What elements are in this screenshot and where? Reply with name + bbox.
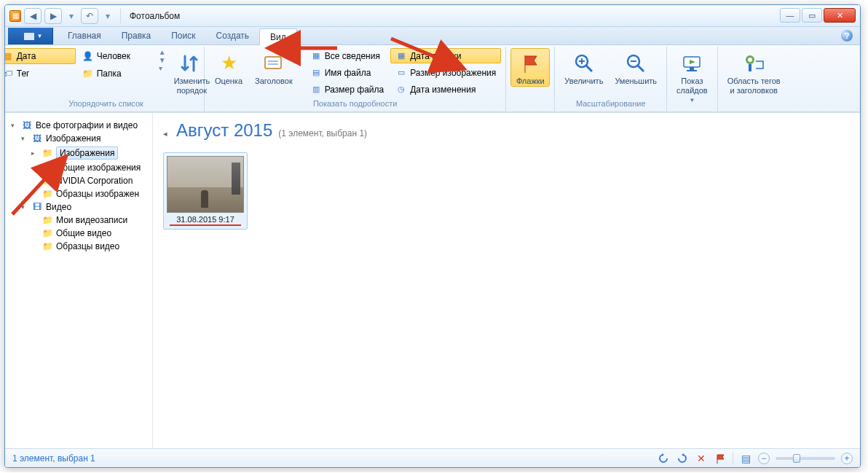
rating-button[interactable]: ★ Оценка (209, 48, 248, 87)
arrange-scroll-up[interactable]: ▲ (159, 48, 166, 56)
help-button[interactable]: ? (841, 30, 853, 42)
details-group-label: Показать подробности (313, 99, 397, 108)
delete-button[interactable]: ✕ (695, 452, 708, 465)
tab-edit[interactable]: Правка (111, 28, 162, 44)
ribbon: ▦ Дата 🏷 Тег 👤 Человек 📁 Папк (5, 45, 860, 112)
tree-nvidia[interactable]: 📁 NVIDIA Corporation (11, 174, 152, 187)
zoom-in-button[interactable]: Увеличить (559, 48, 608, 87)
arrange-date-label: Дата (17, 51, 36, 61)
tag-area-button[interactable]: Область тегов и заголовков (722, 48, 786, 96)
close-button[interactable]: ✕ (824, 8, 856, 23)
slideshow-button[interactable]: Показ слайдов ▼ (671, 48, 713, 105)
tree-sample-img-label: Образцы изображен (56, 189, 139, 199)
tree-sample-video[interactable]: 📁 Образцы видео (11, 240, 152, 253)
zoom-in-small[interactable]: + (841, 453, 853, 464)
caption-button[interactable]: Заголовок (250, 48, 298, 87)
size-icon: ▥ (310, 84, 322, 95)
tree-shared-video[interactable]: 📁 Общие видео (11, 227, 152, 240)
nav-forward-button[interactable]: ▶ (44, 8, 62, 24)
folder-icon: 📁 (42, 163, 53, 173)
detail-all-label: Все сведения (325, 51, 380, 61)
flags-button[interactable]: Флажки (510, 48, 550, 87)
detail-filename[interactable]: ▤ Имя файла (305, 65, 390, 80)
svg-rect-12 (687, 70, 697, 71)
file-icon: ▤ (310, 67, 322, 79)
arrange-expand[interactable]: ▾ (159, 64, 166, 72)
window-title: Фотоальбом (130, 11, 180, 21)
file-menu-button[interactable]: ▼ (8, 28, 53, 44)
undo-button[interactable]: ↶ (81, 8, 98, 24)
rotate-right-button[interactable] (676, 452, 689, 465)
tag-icon: 🏷 (4, 68, 14, 79)
maximize-button[interactable]: ▭ (802, 8, 822, 23)
arrange-by-folder[interactable]: 📁 Папка (77, 66, 156, 82)
detail-image-size[interactable]: ▭ Размер изображения (390, 65, 501, 80)
expand-icon: ▾ (21, 203, 28, 211)
folder-icon: 📁 (42, 215, 53, 225)
zoom-out-label: Уменьшить (615, 77, 657, 86)
tree-my-videos[interactable]: 📁 Мои видеозаписи (11, 214, 152, 227)
detail-filesize[interactable]: ▥ Размер файла (305, 82, 390, 97)
arrange-by-date[interactable]: ▦ Дата (4, 48, 76, 64)
arrange-by-person[interactable]: 👤 Человек (77, 48, 156, 64)
svg-line-4 (586, 66, 592, 71)
details-view-button[interactable]: ▤ (739, 452, 752, 465)
zoom-slider[interactable] (776, 457, 835, 460)
expand-icon: ▸ (31, 149, 39, 157)
status-bar: 1 элемент, выбран 1 ✕ ▤ − + (5, 448, 860, 467)
slider-knob[interactable] (793, 454, 800, 463)
tree-shared-images[interactable]: 📁 Общие изображения (11, 161, 152, 174)
ribbon-group-zoom: Увеличить Уменьшить Масштабирование (555, 47, 667, 112)
detail-all-info[interactable]: ▦ Все сведения (305, 48, 390, 63)
tag-area-label: Область тегов и заголовков (727, 77, 781, 95)
zoom-out-icon (624, 52, 647, 75)
tree-images-sub[interactable]: ▸ 📁 Изображения (11, 145, 152, 161)
status-text: 1 элемент, выбран 1 (12, 453, 95, 464)
arrange-scroll-down[interactable]: ▼ (159, 56, 166, 64)
collapse-group-icon[interactable]: ◂ (163, 129, 167, 138)
tree-video[interactable]: ▾ 🎞 Видео (11, 200, 152, 214)
tab-search[interactable]: Поиск (161, 28, 205, 44)
arrange-by-tag[interactable]: 🏷 Тег (4, 66, 76, 82)
picture-icon: 🖼 (31, 133, 43, 144)
photo-thumbnail[interactable]: 31.08.2015 9:17 (163, 152, 248, 230)
person-icon: 👤 (82, 50, 94, 62)
tab-main[interactable]: Главная (58, 28, 111, 44)
svg-rect-11 (690, 67, 694, 70)
tab-create[interactable]: Создать (206, 28, 260, 44)
flag-toggle-button[interactable] (714, 452, 727, 465)
titlebar: ◀ ▶ ▾ ↶ ▾ Фотоальбом — ▭ ✕ (5, 5, 860, 27)
zoom-out-button[interactable]: Уменьшить (609, 48, 662, 87)
detail-date-taken[interactable]: ▦ Дата съемки (390, 48, 501, 63)
folder-icon: 📁 (82, 68, 94, 79)
tree-shared-label: Общие изображения (56, 163, 141, 173)
separator (733, 452, 733, 465)
rating-label: Оценка (215, 77, 242, 86)
zoom-out-small[interactable]: − (758, 453, 770, 464)
annotation-underline (170, 224, 241, 226)
detail-filesize-label: Размер файла (325, 85, 384, 95)
arrange-tag-label: Тег (17, 69, 30, 79)
tree-root[interactable]: ▾ 🖼 Все фотографии и видео (11, 119, 152, 132)
nav-history-dropdown[interactable]: ▾ (65, 8, 78, 24)
tree-images-sub-label: Изображения (56, 146, 118, 160)
expand-icon: ▾ (21, 135, 28, 142)
minimize-button[interactable]: — (780, 8, 800, 23)
app-icon (9, 10, 21, 22)
file-icon (24, 33, 34, 40)
window-controls: — ▭ ✕ (780, 8, 856, 23)
rotate-left-button[interactable] (657, 452, 670, 465)
undo-dropdown[interactable]: ▾ (101, 8, 114, 24)
grid-icon: ▦ (310, 50, 322, 62)
tab-view[interactable]: Вид (259, 28, 297, 45)
flag-icon (518, 52, 542, 75)
tree-images[interactable]: ▾ 🖼 Изображения (11, 132, 152, 145)
tree-sample-images[interactable]: 📁 Образцы изображен (11, 187, 152, 200)
expand-icon: ▾ (11, 122, 18, 129)
content-pane: ◂ Август 2015 (1 элемент, выбран 1) 31.0… (153, 113, 860, 448)
slideshow-label: Показ слайдов (676, 77, 708, 95)
detail-date-modified[interactable]: ◷ Дата изменения (390, 82, 501, 97)
arrange-folder-label: Папка (97, 69, 122, 79)
calendar-small-icon: ▦ (395, 50, 407, 62)
nav-back-button[interactable]: ◀ (24, 8, 42, 24)
